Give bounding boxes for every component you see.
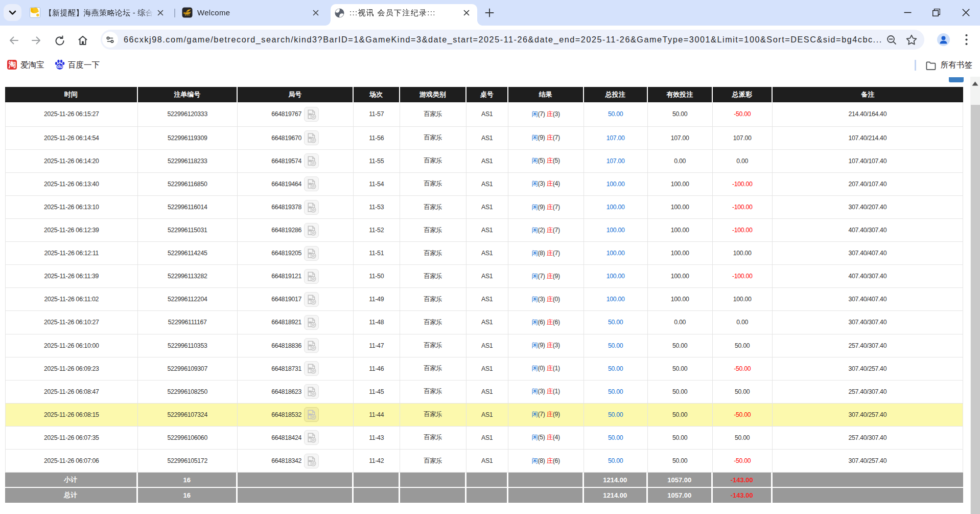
svg-text:du: du <box>57 64 63 69</box>
